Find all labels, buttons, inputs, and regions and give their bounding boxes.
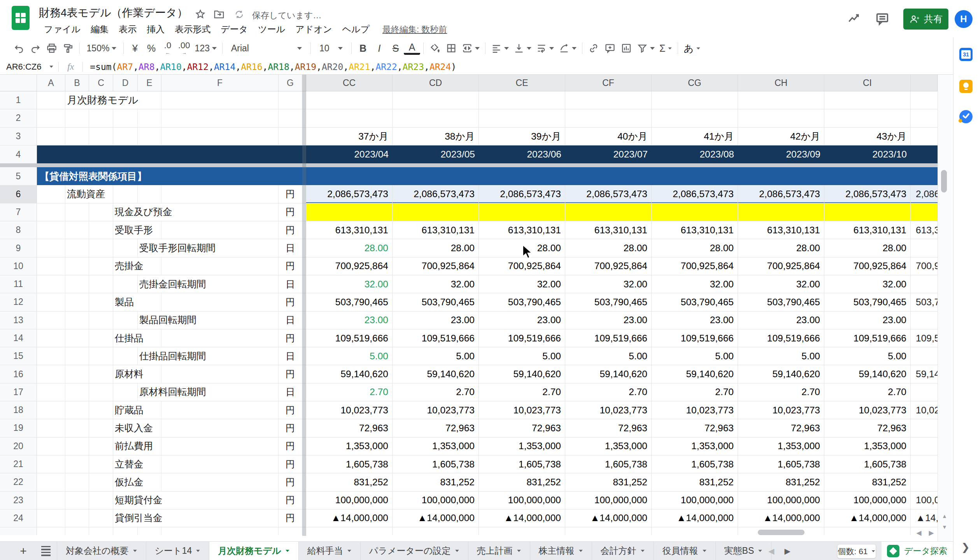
left-cell[interactable] [161, 492, 279, 509]
left-cell[interactable] [89, 365, 113, 383]
left-cell[interactable] [65, 275, 89, 293]
left-cell[interactable] [65, 438, 89, 455]
data-cell[interactable]: 1,353,000 [824, 438, 911, 455]
data-cell[interactable]: 59,140,620 [652, 365, 738, 383]
data-cell[interactable]: 700,925,864 [306, 257, 393, 275]
data-cell[interactable]: 32.00 [306, 275, 393, 293]
data-cell[interactable]: 613,310,131 [393, 221, 479, 239]
data-cell[interactable]: 10,023,773 [738, 401, 824, 419]
left-cell[interactable] [89, 419, 113, 437]
unit-cell[interactable]: 円 [279, 329, 302, 347]
data-cell[interactable]: 1,605,738 [306, 455, 393, 473]
left-cell[interactable] [113, 275, 138, 293]
left-cell[interactable] [161, 293, 279, 311]
row-header-13[interactable]: 13 [0, 312, 37, 329]
data-cell[interactable] [479, 527, 565, 535]
left-cell[interactable] [37, 438, 65, 455]
left-cell[interactable] [161, 203, 279, 221]
document-title[interactable]: 財務4表モデル（作業データ） [39, 5, 188, 20]
left-cell[interactable] [37, 492, 65, 509]
left-cell[interactable] [89, 109, 113, 127]
left-cell[interactable] [89, 275, 113, 293]
data-cell[interactable]: 613,310,131 [652, 221, 738, 239]
left-cell[interactable] [65, 203, 89, 221]
unit-cell[interactable]: 円 [279, 365, 302, 383]
data-cell[interactable]: 109,519,666 [393, 329, 479, 347]
unit-cell[interactable]: 円 [279, 492, 302, 509]
left-cell[interactable] [37, 419, 65, 437]
left-cell[interactable] [65, 257, 89, 275]
sheet-tab-対象会社の概要[interactable]: 対象会社の概要 [57, 542, 146, 560]
scroll-left-icon[interactable]: ◀ [913, 527, 924, 538]
grid-corner-cell[interactable] [0, 75, 37, 91]
data-cell[interactable]: 37か月 [306, 128, 393, 145]
left-cell[interactable] [89, 239, 113, 257]
stats-icon[interactable] [847, 12, 861, 26]
data-cell[interactable]: 23.00 [479, 312, 565, 329]
sheet-tab-menu-icon[interactable] [703, 550, 706, 552]
data-cell[interactable]: 10,023,773 [306, 401, 393, 419]
menu-format[interactable]: 表示形式 [170, 22, 216, 37]
text-wrap-icon[interactable] [534, 40, 556, 57]
data-cell[interactable]: 2,086,573,473 [565, 185, 652, 203]
menu-addons[interactable]: アドオン [290, 22, 337, 37]
menu-insert[interactable]: 挿入 [142, 22, 170, 37]
data-cell[interactable] [393, 109, 479, 127]
data-cell[interactable]: 831,252 [652, 473, 738, 491]
unit-cell[interactable]: 円 [279, 509, 302, 527]
data-cell[interactable]: 23.00 [652, 312, 738, 329]
data-cell[interactable]: 59,140,620 [824, 365, 911, 383]
filter-icon[interactable] [634, 40, 657, 57]
left-cell[interactable] [65, 509, 89, 527]
left-cell[interactable] [89, 293, 113, 311]
sheet-tab-menu-icon[interactable] [641, 550, 645, 552]
left-cell[interactable] [138, 527, 161, 535]
sheet-tab-menu-icon[interactable] [517, 550, 521, 552]
sheet-tab-menu-icon[interactable] [579, 550, 583, 552]
data-cell[interactable]: 32.00 [479, 275, 565, 293]
left-cell[interactable] [65, 347, 89, 365]
row-header-9[interactable]: 9 [0, 239, 37, 257]
left-cell[interactable] [161, 438, 279, 455]
data-cell[interactable] [652, 203, 738, 221]
left-cell[interactable] [89, 509, 113, 527]
data-cell[interactable]: 72,963 [565, 419, 652, 437]
avatar[interactable]: H [955, 10, 973, 28]
share-button[interactable]: 共有 [903, 9, 948, 30]
data-cell[interactable]: ▲14,000,000 [738, 509, 824, 527]
unit-cell[interactable]: 円 [279, 257, 302, 275]
sheet-tab-menu-icon[interactable] [758, 550, 762, 552]
data-cell[interactable]: 109,519,666 [479, 329, 565, 347]
data-cell[interactable]: 2.70 [393, 383, 479, 401]
data-cell[interactable]: 41か月 [652, 128, 738, 145]
data-cell[interactable]: 72,963 [738, 419, 824, 437]
data-cell[interactable]: 32.00 [393, 275, 479, 293]
left-cell[interactable] [89, 128, 113, 145]
font-size-select[interactable]: 10 [314, 40, 348, 57]
row-header-18[interactable]: 18 [0, 401, 37, 419]
left-cell[interactable] [279, 109, 302, 127]
data-cell[interactable]: 5.00 [479, 347, 565, 365]
data-cell[interactable]: 613,310,131 [479, 221, 565, 239]
sheet-tab-menu-icon[interactable] [347, 550, 351, 552]
partial-cell[interactable]: 10,02 [911, 401, 938, 419]
left-cell[interactable] [65, 527, 89, 535]
left-cell[interactable] [161, 91, 279, 109]
sheet-tab-パラメーターの設定[interactable]: パラメーターの設定 [361, 542, 468, 560]
last-edit-link[interactable]: 最終編集: 数秒前 [382, 24, 447, 35]
data-cell[interactable]: 5.00 [306, 347, 393, 365]
row-header-5[interactable]: 5 [0, 167, 37, 185]
scroll-down-icon[interactable]: ▼ [938, 522, 951, 532]
data-cell[interactable] [393, 91, 479, 109]
functions-button[interactable]: Σ [657, 40, 675, 57]
data-cell[interactable]: 59,140,620 [393, 365, 479, 383]
left-cell[interactable] [89, 203, 113, 221]
data-cell[interactable]: 1,353,000 [479, 438, 565, 455]
data-cell[interactable]: 700,925,864 [824, 257, 911, 275]
partial-cell[interactable] [911, 419, 938, 437]
left-cell[interactable] [138, 128, 161, 145]
left-cell[interactable] [37, 527, 65, 535]
left-cell[interactable] [89, 492, 113, 509]
data-cell[interactable]: 613,310,131 [738, 221, 824, 239]
partial-cell[interactable] [911, 455, 938, 473]
